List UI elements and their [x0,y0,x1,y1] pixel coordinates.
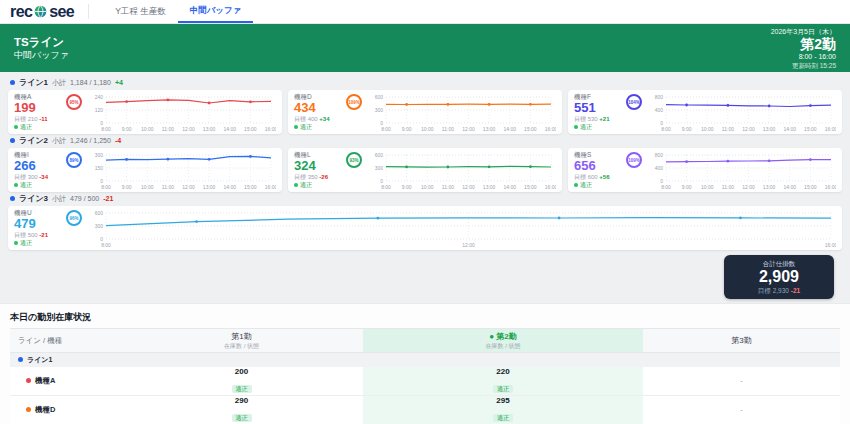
svg-text:14:00: 14:00 [223,184,236,190]
machine-f-target: 目標 530 +21 [574,116,646,123]
svg-text:12:00: 12:00 [182,184,195,190]
status-badge: 適正 [232,414,252,422]
machine-i-sparkline-chart: 30015008:009:0010:0011:0012:0013:0014:00… [89,152,276,190]
machine-f-status: 適正 [574,123,646,131]
page-header: TSライン 中間バッファ 2026年3月5日（木） 第2勤 8:00 - 16:… [0,24,850,72]
line3-dot [10,196,15,201]
svg-text:300: 300 [95,152,104,158]
shift-inventory-table: ライン / 機種 第1勤 在庫数 / 状態 ● 第2勤 在庫数 / 状態 第3勤… [10,328,840,424]
status-dot-icon [294,125,298,129]
svg-text:10:00: 10:00 [701,184,714,190]
machine-d-target: 目標 400 +34 [294,116,366,123]
table-header-row: ライン / 機種 第1勤 在庫数 / 状態 ● 第2勤 在庫数 / 状態 第3勤 [10,329,840,353]
machine-u-status: 適正 [14,239,86,247]
col-header-shift3: 第3勤 [643,329,840,353]
svg-text:8:00: 8:00 [381,126,391,132]
machine-d-gauge-icon: 109% [346,94,362,110]
machine-u-sparkline-chart: 60030008:0012:0016:00 [89,210,836,248]
svg-text:13:00: 13:00 [483,184,496,190]
svg-text:16:00: 16:00 [265,126,276,132]
svg-text:600: 600 [375,94,384,100]
svg-text:12:00: 12:00 [742,126,755,132]
svg-text:15:00: 15:00 [804,126,817,132]
svg-text:600: 600 [375,152,384,158]
tab-y-process[interactable]: Y工程 生産数 [103,0,178,23]
line1-subtotal: 1,184 / 1,180 [70,79,111,86]
line1-dot [10,80,15,85]
updated-time: 更新時刻 15:25 [771,61,836,70]
line3-subtotal-label: 小計 [52,194,66,204]
shift-time-range: 8:00 - 16:00 [771,52,836,61]
line2-name: ライン2 [19,135,48,146]
line1-group-dot [18,357,23,362]
tab-intermediate-buffer[interactable]: 中間バッファ [178,0,254,23]
line3-name: ライン3 [19,193,48,204]
svg-text:9:00: 9:00 [122,184,132,190]
line1-delta: +4 [115,79,123,86]
shift-inventory-title: 本日の勤別在庫状況 [10,311,840,324]
line2-subtotal: 1,246 / 1,250 [70,137,111,144]
topbar-divider [88,4,89,19]
svg-text:300: 300 [375,107,384,113]
line2-header: ライン2 小計 1,246 / 1,250 -4 [10,135,840,146]
logo-text-pre: rec [10,3,32,21]
status-dot-icon [574,183,578,187]
machine-a-info: 機種A 199 目標 210 -11 適正 95% [14,93,86,132]
machine-d-sparkline-chart: 60030008:009:0010:0011:0012:0013:0014:00… [369,94,556,132]
machine-a-shift1-cell: 200適正 [120,367,363,396]
machine-i-target: 目標 300 -34 [14,174,86,181]
total-card-row: 合計仕掛数 2,909 目標 2,930 -21 [8,255,834,299]
svg-text:16:00: 16:00 [545,126,556,132]
svg-text:9:00: 9:00 [682,184,692,190]
globe-icon [34,5,47,18]
svg-text:800: 800 [655,152,664,158]
svg-text:11:00: 11:00 [442,126,454,132]
svg-text:9:00: 9:00 [682,126,692,132]
machine-l-info: 機種L 324 目標 350 -26 適正 93% [294,151,366,190]
svg-text:8:00: 8:00 [661,184,671,190]
status-dot-icon [574,125,578,129]
machine-card-l: 機種L 324 目標 350 -26 適正 93% 60030008:009:0… [288,148,562,192]
status-badge: 適正 [493,385,513,393]
svg-text:11:00: 11:00 [162,126,174,132]
line1-cards: 機種A 199 目標 210 -11 適正 95% 24012008:009:0… [8,90,842,134]
line2-cards: 機種I 266 目標 300 -34 適正 89% 30015008:009:0… [8,148,842,192]
table-row-machine-a: 機種A 200適正 220適正 - [10,367,840,396]
machine-i-gauge-icon: 89% [66,152,82,168]
svg-text:240: 240 [95,94,104,100]
machine-a-gauge-icon: 95% [66,94,82,110]
svg-text:10:00: 10:00 [141,184,154,190]
page-header-left: TSライン 中間バッファ [14,35,69,61]
line3-delta: -21 [103,195,113,202]
svg-text:12:00: 12:00 [182,126,195,132]
svg-text:16:00: 16:00 [825,184,836,190]
line2-dot [10,138,15,143]
total-label: 合計仕掛数 [736,259,822,268]
svg-text:14:00: 14:00 [503,126,516,132]
svg-text:15:00: 15:00 [524,126,537,132]
page-subtitle: 中間バッファ [14,49,69,61]
status-dot-icon [14,241,18,245]
machine-l-target: 目標 350 -26 [294,174,366,181]
svg-text:14:00: 14:00 [783,184,796,190]
svg-text:300: 300 [95,223,104,229]
machine-card-d: 機種D 434 目標 400 +34 適正 109% 60030008:009:… [288,90,562,134]
machine-a-shift3-cell: - [643,367,840,396]
total-target: 目標 2,930 -21 [736,286,822,295]
machine-card-a: 機種A 199 目標 210 -11 適正 95% 24012008:009:0… [8,90,282,134]
svg-text:8:00: 8:00 [101,184,111,190]
col-header-shift2-active: ● 第2勤 在庫数 / 状態 [363,329,643,353]
machine-d-info: 機種D 434 目標 400 +34 適正 109% [294,93,366,132]
machine-d-status: 適正 [294,123,366,131]
svg-text:8:00: 8:00 [381,184,391,190]
machine-d-shift2-cell: 295適正 [363,395,643,424]
line2-subtotal-label: 小計 [52,136,66,146]
machine-i-info: 機種I 266 目標 300 -34 適正 89% [14,151,86,190]
machine-s-info: 機種S 656 目標 600 +56 適正 109% [574,151,646,190]
machine-l-gauge-icon: 93% [346,152,362,168]
machine-u-info: 機種U 479 目標 500 -21 適正 96% [14,209,86,248]
svg-text:9:00: 9:00 [402,126,412,132]
dashboard-content: ライン1 小計 1,184 / 1,180 +4 機種A 199 目標 210 … [0,72,850,299]
line2-delta: -4 [115,137,121,144]
app-logo[interactable]: rec see [10,0,74,23]
